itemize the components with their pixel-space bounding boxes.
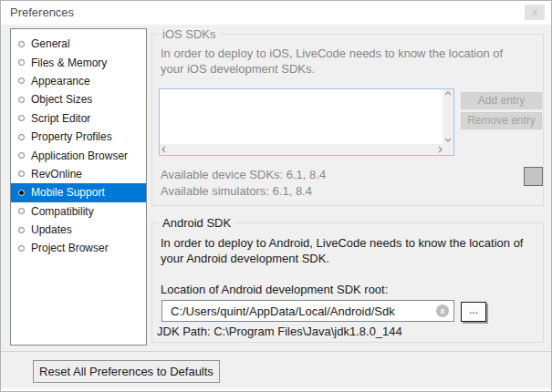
- sidebar-item-label: Files & Memory: [31, 57, 107, 69]
- radio-icon: [18, 134, 25, 140]
- sidebar-item-label: Project Browser: [31, 242, 109, 254]
- sidebar-item-files-memory[interactable]: Files & Memory: [11, 53, 146, 71]
- sidebar-item-label: Property Profiles: [31, 130, 112, 143]
- sidebar-item-updates[interactable]: Updates: [11, 221, 146, 239]
- sidebar-item-application-browser[interactable]: Application Browser: [11, 146, 146, 164]
- sidebar-item-script-editor[interactable]: Script Editor: [11, 109, 146, 128]
- window-bottom-edge: [1, 388, 551, 391]
- radio-icon: [18, 170, 25, 177]
- scroll-up-icon[interactable]: [444, 91, 452, 96]
- window-title: Preferences: [10, 5, 74, 19]
- sidebar-item-mobile-support[interactable]: Mobile Support: [11, 183, 146, 201]
- titlebar: Preferences x: [1, 1, 551, 25]
- footer-divider: [1, 351, 552, 352]
- color-swatch[interactable]: [524, 167, 543, 186]
- radio-icon: [18, 97, 25, 103]
- sidebar-item-object-sizes[interactable]: Object Sizes: [11, 90, 146, 108]
- horizontal-scrollbar[interactable]: [160, 144, 444, 155]
- browse-button[interactable]: ...: [461, 302, 486, 322]
- android-sdk-legend: Android SDK: [159, 216, 234, 230]
- radio-icon: [18, 190, 25, 196]
- sidebar-item-label: Object Sizes: [31, 93, 92, 106]
- sdk-path-input[interactable]: [162, 301, 436, 321]
- sidebar-item-compatibility[interactable]: Compatibility: [11, 202, 146, 221]
- radio-icon: [18, 115, 25, 121]
- sidebar-item-revonline[interactable]: RevOnline: [11, 165, 146, 183]
- radio-icon: [18, 152, 25, 159]
- sidebar-item-label: Appearance: [31, 75, 90, 88]
- sidebar-item-label: RevOnline: [31, 168, 82, 181]
- sidebar-item-appearance[interactable]: Appearance: [11, 72, 146, 90]
- sdk-root-label: Location of Android development SDK root…: [161, 283, 388, 296]
- scrollbar-corner: [443, 144, 453, 155]
- ios-sdks-legend: iOS SDKs: [159, 27, 220, 41]
- sidebar-item-project-browser[interactable]: Project Browser: [11, 239, 146, 257]
- scroll-left-icon[interactable]: [161, 146, 166, 153]
- scroll-down-icon[interactable]: [444, 138, 452, 142]
- reset-preferences-button[interactable]: Reset All Preferences to Defaults: [33, 360, 220, 383]
- radio-icon: [18, 41, 25, 47]
- ios-description: In order to deploy to iOS, LiveCode need…: [161, 46, 526, 77]
- remove-entry-button[interactable]: Remove entry: [461, 112, 542, 129]
- radio-icon: [18, 208, 25, 214]
- radio-icon: [18, 59, 25, 66]
- sidebar-list: GeneralFiles & MemoryAppearanceObject Si…: [10, 28, 147, 346]
- radio-icon: [18, 77, 25, 84]
- available-device-sdks: Available device SDKs: 6.1, 8.4: [161, 167, 326, 182]
- add-entry-button[interactable]: Add entry: [461, 92, 542, 109]
- preferences-window: Preferences x GeneralFiles & MemoryAppea…: [0, 0, 552, 392]
- radio-icon: [18, 227, 25, 233]
- available-simulators: Available simulators: 6.1, 8.4: [161, 183, 312, 199]
- sidebar-item-label: Updates: [31, 223, 72, 236]
- android-description: In order to deploy to Android, LiveCode …: [161, 235, 529, 266]
- clear-input-icon[interactable]: x: [436, 304, 449, 317]
- jdk-path-text: JDK Path: C:\Program Files\Java\jdk1.8.0…: [157, 325, 402, 338]
- radio-icon: [18, 245, 25, 252]
- sidebar-item-label: Script Editor: [31, 112, 90, 125]
- close-icon[interactable]: x: [525, 5, 545, 20]
- sidebar-item-label: General: [31, 37, 70, 50]
- sidebar-item-general[interactable]: General: [11, 35, 146, 53]
- ios-sdk-list[interactable]: [159, 88, 454, 156]
- vertical-scrollbar[interactable]: [443, 89, 453, 144]
- sidebar-item-label: Compatibility: [31, 205, 94, 218]
- sidebar-item-property-profiles[interactable]: Property Profiles: [11, 128, 146, 146]
- sidebar-item-label: Application Browser: [31, 150, 128, 162]
- sidebar-item-label: Mobile Support: [31, 186, 105, 199]
- sdk-path-field-wrap: x: [161, 300, 454, 322]
